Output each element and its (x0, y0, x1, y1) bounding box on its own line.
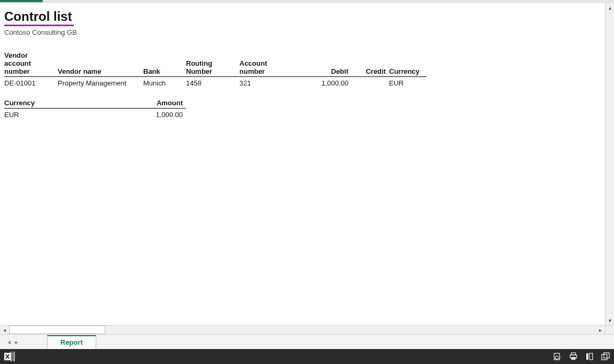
report-viewport: Control list Contoso Consulting GB Vendo… (0, 3, 605, 325)
company-name: Contoso Consulting GB (4, 28, 601, 36)
col-routing: RoutingNumber (186, 51, 239, 77)
status-bar (0, 349, 614, 364)
col-credit: Credit (352, 51, 389, 77)
report-title: Control list (4, 10, 601, 24)
table-row: DE-01001 Property Management Munich 1458… (4, 77, 426, 90)
col-bank: Bank (143, 51, 186, 77)
scroll-right-arrow-icon[interactable]: ▸ (596, 326, 605, 334)
title-underline (4, 25, 74, 26)
cell-vendor-account: DE-01001 (4, 77, 58, 90)
col-vendor-account: Vendoraccountnumber (4, 51, 58, 77)
tab-nav: ◂ ▸ (0, 338, 26, 346)
cell-bank: Munich (143, 77, 186, 90)
horizontal-scrollbar[interactable]: ◂ ▸ (0, 325, 614, 334)
svg-rect-11 (586, 353, 588, 360)
print-icon[interactable] (569, 352, 578, 361)
cell-currency: EUR (389, 77, 426, 90)
col-vendor-name: Vendor name (58, 51, 143, 77)
summary-header-row: Currency Amount (4, 99, 186, 109)
col-currency: Currency (389, 51, 426, 77)
refresh-icon[interactable] (553, 352, 562, 361)
page-width-icon[interactable] (585, 352, 594, 361)
cell-credit (352, 77, 389, 90)
app-root: Control list Contoso Consulting GB Vendo… (0, 0, 614, 364)
svg-rect-10 (571, 357, 576, 360)
cell-vendor-name: Property Management (58, 77, 143, 90)
scell-currency: EUR (4, 109, 127, 121)
summary-row: EUR 1,000.00 (4, 109, 186, 121)
cell-debit: 1,000.00 (293, 77, 352, 90)
hscroll-thumb[interactable] (9, 326, 105, 334)
tab-prev-icon[interactable]: ◂ (7, 338, 11, 346)
summary-table: Currency Amount EUR 1,000.00 (4, 99, 186, 121)
svg-rect-13 (602, 354, 607, 360)
scell-amount: 1,000.00 (127, 109, 186, 121)
scol-amount: Amount (127, 99, 186, 109)
scol-currency: Currency (4, 99, 127, 109)
col-account-number: Accountnumber (239, 51, 293, 77)
scroll-left-arrow-icon[interactable]: ◂ (0, 326, 9, 334)
svg-rect-7 (554, 353, 559, 360)
svg-rect-14 (604, 353, 609, 358)
vscroll-track[interactable] (605, 12, 614, 316)
main-table: Vendoraccountnumber Vendor name Bank Rou… (4, 51, 426, 89)
sheet-tab-row: ◂ ▸ Report (0, 334, 614, 349)
main-table-header-row: Vendoraccountnumber Vendor name Bank Rou… (4, 51, 426, 77)
scroll-up-arrow-icon[interactable]: ▴ (605, 3, 614, 12)
svg-rect-12 (589, 353, 593, 360)
content-region: Control list Contoso Consulting GB Vendo… (0, 3, 614, 325)
top-accent (0, 0, 43, 2)
scroll-corner (605, 326, 614, 334)
hscroll-track[interactable] (105, 326, 596, 334)
full-screen-icon[interactable] (601, 352, 610, 361)
vertical-scrollbar[interactable]: ▴ ▾ (605, 3, 614, 325)
col-debit: Debit (293, 51, 352, 77)
cell-routing: 1458 (186, 77, 239, 90)
cell-account-number: 321 (239, 77, 293, 90)
scroll-down-arrow-icon[interactable]: ▾ (605, 316, 614, 325)
tab-next-icon[interactable]: ▸ (15, 338, 18, 346)
tab-report[interactable]: Report (47, 335, 96, 348)
excel-icon[interactable] (4, 352, 15, 361)
